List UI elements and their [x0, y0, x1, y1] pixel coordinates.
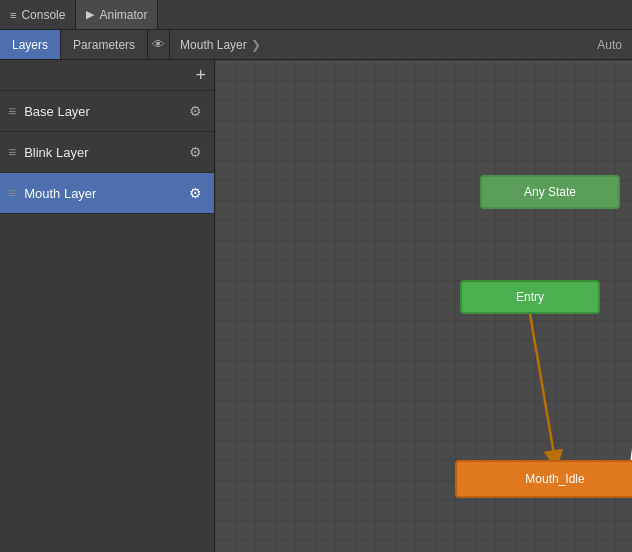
parameters-tab-label: Parameters [73, 38, 135, 52]
drag-handle-base: ≡ [8, 103, 16, 119]
tab-console[interactable]: ≡ Console [0, 0, 76, 29]
node-mouth-idle[interactable]: Mouth_Idle [455, 460, 632, 498]
top-bar: ≡ Console ▶ Animator [0, 0, 632, 30]
add-layer-button[interactable]: + [195, 66, 206, 84]
breadcrumb: Mouth Layer ❯ [170, 38, 587, 52]
entry-label: Entry [516, 290, 544, 304]
console-icon: ≡ [10, 9, 16, 21]
main-content: + ≡ Base Layer ⚙ ≡ Blink Layer ⚙ ≡ Mouth… [0, 60, 632, 552]
layer-name-mouth: Mouth Layer [24, 186, 185, 201]
auto-label: Auto [587, 38, 632, 52]
sidebar: + ≡ Base Layer ⚙ ≡ Blink Layer ⚙ ≡ Mouth… [0, 60, 215, 552]
svg-line-3 [530, 314, 555, 460]
tab-layers[interactable]: Layers [0, 30, 61, 59]
layer-item-blink[interactable]: ≡ Blink Layer ⚙ [0, 132, 214, 173]
add-layer-area: + [0, 60, 214, 91]
drag-handle-blink: ≡ [8, 144, 16, 160]
layer-name-base: Base Layer [24, 104, 185, 119]
eye-icon[interactable]: 👁 [148, 30, 170, 59]
console-label: Console [21, 8, 65, 22]
node-entry[interactable]: Entry [460, 280, 600, 314]
canvas-area[interactable]: Any State Entry Talk Mouth_Idle [215, 60, 632, 552]
node-any-state[interactable]: Any State [480, 175, 620, 209]
gear-button-mouth[interactable]: ⚙ [185, 183, 206, 203]
breadcrumb-arrow: ❯ [251, 38, 261, 52]
sub-header: Layers Parameters 👁 Mouth Layer ❯ Auto [0, 30, 632, 60]
tab-animator[interactable]: ▶ Animator [76, 0, 158, 29]
any-state-label: Any State [524, 185, 576, 199]
tab-parameters[interactable]: Parameters [61, 30, 148, 59]
gear-button-blink[interactable]: ⚙ [185, 142, 206, 162]
mouth-idle-label: Mouth_Idle [525, 472, 584, 486]
gear-button-base[interactable]: ⚙ [185, 101, 206, 121]
layers-tab-label: Layers [12, 38, 48, 52]
animator-label: Animator [99, 8, 147, 22]
animator-icon: ▶ [86, 8, 94, 21]
drag-handle-mouth: ≡ [8, 185, 16, 201]
layer-item-base[interactable]: ≡ Base Layer ⚙ [0, 91, 214, 132]
layer-item-mouth[interactable]: ≡ Mouth Layer ⚙ [0, 173, 214, 214]
breadcrumb-current: Mouth Layer [180, 38, 247, 52]
layer-name-blink: Blink Layer [24, 145, 185, 160]
